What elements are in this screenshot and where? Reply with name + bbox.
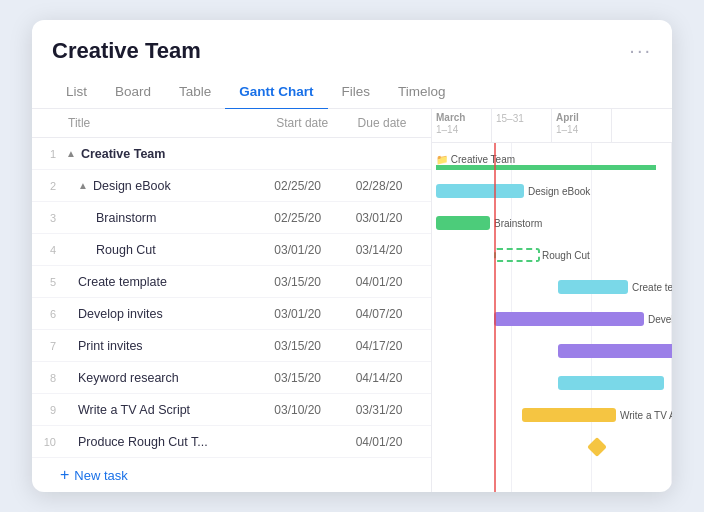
row-start-date: 03/10/20 — [268, 399, 349, 421]
row-title-text: Keyword research — [78, 371, 179, 385]
row-title-text: Print invites — [78, 339, 143, 353]
row-title: Write a TV Ad Script — [60, 399, 268, 421]
table-row: 2 ▲ Design eBook 02/25/20 02/28/20 — [32, 170, 431, 202]
gantt-date-range: 15–31 — [496, 113, 524, 124]
tab-bar: List Board Table Gantt Chart Files Timel… — [32, 68, 672, 110]
gantt-bar-creative-team — [436, 165, 656, 170]
gantt-bar-label: Creative Team — [451, 154, 515, 165]
row-title-text: Creative Team — [81, 147, 166, 161]
gantt-bar-develop-invites: Develop... — [494, 312, 644, 326]
caret-icon: ▲ — [78, 180, 88, 191]
row-title: Create template — [60, 271, 268, 293]
row-due-date: 04/17/20 — [350, 335, 431, 357]
row-number: 5 — [32, 276, 60, 288]
gantt-row — [432, 431, 672, 463]
main-content: Title Start date Due date 1 ▲ Creative T… — [32, 109, 672, 492]
row-title: Produce Rough Cut T... — [60, 431, 268, 453]
row-number: 6 — [32, 308, 60, 320]
row-start-date: 02/25/20 — [268, 175, 349, 197]
row-title: Keyword research — [60, 367, 268, 389]
row-start-date: 03/15/20 — [268, 335, 349, 357]
gantt-bar-label: Write a TV Ad... — [620, 410, 672, 421]
row-start-date — [268, 438, 349, 446]
gantt-milestone-diamond — [587, 437, 607, 457]
row-title: Print invites — [60, 335, 268, 357]
table-row: 5 Create template 03/15/20 04/01/20 — [32, 266, 431, 298]
col-header-title: Title — [60, 109, 268, 137]
gantt-bar-write-tv: Write a TV Ad... — [522, 408, 616, 422]
row-number: 8 — [32, 372, 60, 384]
gantt-bar-print-invites — [558, 344, 672, 358]
row-title-text: Design eBook — [93, 179, 171, 193]
gantt-bar-create-template: Create template — [558, 280, 628, 294]
gantt-bars: 📁 Creative Team Design eBook — [432, 143, 672, 492]
more-options-button[interactable]: ··· — [629, 39, 652, 62]
row-number: 7 — [32, 340, 60, 352]
add-task-row[interactable]: + New task — [32, 458, 431, 492]
tab-board[interactable]: Board — [101, 78, 165, 110]
gantt-month-label: March — [436, 112, 465, 123]
gantt-row: Brainstorm — [432, 207, 672, 239]
row-start-date: 03/01/20 — [268, 239, 349, 261]
table-row: 10 Produce Rough Cut T... 04/01/20 — [32, 426, 431, 458]
task-table: Title Start date Due date 1 ▲ Creative T… — [32, 109, 432, 492]
row-due-date: 04/01/20 — [350, 271, 431, 293]
row-title-text: Develop invites — [78, 307, 163, 321]
tab-gantt-chart[interactable]: Gantt Chart — [225, 78, 327, 110]
gantt-month-april: April 1–14 — [552, 109, 612, 142]
row-due-date: 02/28/20 — [350, 175, 431, 197]
tab-list[interactable]: List — [52, 78, 101, 110]
gantt-bar-design-ebook: Design eBook — [436, 184, 524, 198]
row-title: Rough Cut — [60, 239, 268, 261]
table-row: 3 Brainstorm 02/25/20 03/01/20 — [32, 202, 431, 234]
plus-icon: + — [60, 466, 69, 484]
row-title: Develop invites — [60, 303, 268, 325]
gantt-header: March 1–14 15–31 April 1–14 — [432, 109, 672, 143]
gantt-bar-keyword-research — [558, 376, 664, 390]
gantt-month-march2: 15–31 — [492, 109, 552, 142]
table-row: 1 ▲ Creative Team — [32, 138, 431, 170]
row-due-date: 03/01/20 — [350, 207, 431, 229]
row-number: 4 — [32, 244, 60, 256]
row-start-date: 03/15/20 — [268, 367, 349, 389]
row-number: 9 — [32, 404, 60, 416]
row-start-date: 03/15/20 — [268, 271, 349, 293]
row-number: 1 — [32, 148, 60, 160]
new-task-label: New task — [74, 468, 127, 483]
row-number: 2 — [32, 180, 60, 192]
tab-timelog[interactable]: Timelog — [384, 78, 460, 110]
row-number: 3 — [32, 212, 60, 224]
gantt-date-range: 1–14 — [556, 124, 578, 135]
row-due-date: 03/14/20 — [350, 239, 431, 261]
tab-table[interactable]: Table — [165, 78, 225, 110]
gantt-bar-label: Brainstorm — [494, 218, 542, 229]
gantt-row — [432, 367, 672, 399]
row-start-date — [268, 150, 349, 158]
table-row: 8 Keyword research 03/15/20 04/14/20 — [32, 362, 431, 394]
gantt-chart: March 1–14 15–31 April 1–14 — [432, 109, 672, 492]
table-rows: 1 ▲ Creative Team 2 ▲ Design eBook 02/ — [32, 138, 431, 458]
gantt-bar-label: Develop... — [648, 314, 672, 325]
gantt-row: Develop... — [432, 303, 672, 335]
row-due-date: 03/31/20 — [350, 399, 431, 421]
gantt-row: Design eBook — [432, 175, 672, 207]
table-row: 6 Develop invites 03/01/20 04/07/20 — [32, 298, 431, 330]
row-number: 10 — [32, 436, 60, 448]
gantt-row — [432, 335, 672, 367]
caret-icon: ▲ — [66, 148, 76, 159]
row-title: Brainstorm — [60, 207, 268, 229]
main-card: Creative Team ··· List Board Table Gantt… — [32, 20, 672, 493]
gantt-row: Rough Cut — [432, 239, 672, 271]
card-header: Creative Team ··· — [32, 20, 672, 64]
row-due-date: 04/01/20 — [350, 431, 431, 453]
row-title: ▲ Design eBook — [60, 175, 268, 197]
gantt-bar-brainstorm: Brainstorm — [436, 216, 490, 230]
gantt-row: 📁 Creative Team — [432, 143, 672, 175]
row-title: ▲ Creative Team — [60, 143, 268, 165]
row-title-text: Create template — [78, 275, 167, 289]
col-header-start: Start date — [268, 109, 349, 137]
row-title-text: Brainstorm — [96, 211, 156, 225]
tab-files[interactable]: Files — [328, 78, 385, 110]
gantt-row: Create template — [432, 271, 672, 303]
gantt-bar-label: Rough Cut — [542, 250, 590, 261]
